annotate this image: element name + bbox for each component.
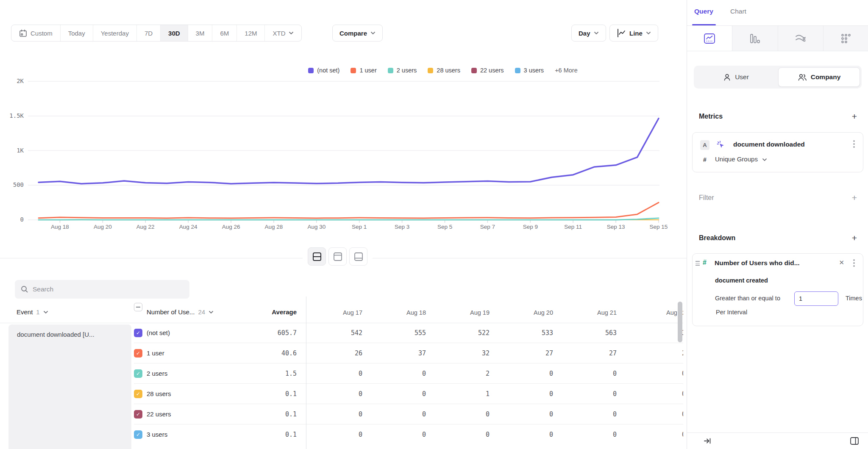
split-view-button[interactable] — [850, 437, 859, 447]
add-filter-button[interactable]: + — [849, 193, 860, 203]
x-axis-label: Aug 20 — [86, 224, 120, 230]
legend-swatch — [428, 68, 433, 73]
search-input[interactable] — [33, 285, 184, 293]
filter-section-header: Filter — [699, 194, 714, 202]
legend-label: 2 users — [397, 67, 417, 74]
close-icon[interactable]: ✕ — [839, 259, 844, 266]
x-axis-label: Sep 5 — [428, 224, 462, 230]
times-value-input[interactable] — [794, 291, 838, 306]
collapse-panel-button[interactable] — [703, 437, 712, 447]
company-users-icon — [798, 73, 807, 81]
add-breakdown-button[interactable]: + — [849, 233, 860, 244]
row-checkbox[interactable]: ✓ — [134, 390, 142, 398]
breakdown-kebab-menu-icon[interactable] — [850, 259, 858, 267]
select-all-checkbox[interactable] — [134, 303, 142, 311]
range-12m[interactable]: 12M — [236, 25, 264, 41]
average-column-header[interactable]: Average — [272, 308, 297, 316]
bar-chart-icon — [749, 33, 760, 44]
breakdown-title[interactable]: Number of Users who did... — [715, 259, 800, 267]
row-checkbox[interactable]: ✓ — [134, 329, 142, 337]
event-column-header[interactable]: Event 1 — [17, 308, 48, 316]
tab-query[interactable]: Query — [694, 8, 713, 15]
range-label: 3M — [196, 30, 205, 37]
date-column-header[interactable]: Aug 17 — [343, 309, 362, 316]
chart-type-bar-button[interactable] — [732, 26, 777, 51]
row-value: 522 — [478, 323, 490, 343]
date-column-header[interactable]: Aug 20 — [534, 309, 553, 316]
row-value: 27 — [609, 343, 617, 363]
x-axis-label: Aug 30 — [300, 224, 334, 230]
metric-kebab-menu-icon[interactable] — [850, 140, 858, 148]
date-column-header[interactable]: Aug 19 — [470, 309, 490, 316]
row-average: 605.7 — [278, 323, 297, 343]
audience-user-option[interactable]: User — [696, 67, 776, 87]
chart-style-dropdown[interactable]: Line — [609, 25, 658, 42]
breakdown-event-name[interactable]: document created — [715, 277, 768, 284]
date-column-header[interactable]: Aug 21 — [597, 309, 617, 316]
row-value: 0 — [549, 404, 553, 424]
chart-type-flow-button[interactable] — [778, 26, 823, 51]
numeric-property-icon: # — [703, 259, 707, 266]
row-average: 1.5 — [285, 363, 297, 384]
aggregation-dropdown[interactable]: Unique Groups — [715, 155, 767, 163]
condition-label[interactable]: Greater than or equal to — [715, 295, 780, 302]
legend-more[interactable]: +6 More — [555, 67, 578, 74]
drag-handle-icon[interactable] — [696, 261, 700, 266]
range-label: 7D — [145, 30, 153, 37]
row-checkbox[interactable]: ✓ — [134, 430, 142, 439]
range-custom[interactable]: Custom — [11, 25, 60, 41]
date-column-header[interactable]: Aug 18 — [406, 309, 426, 316]
range-xtd[interactable]: XTD — [264, 25, 301, 41]
row-average: 40.6 — [281, 343, 297, 363]
layout-top-button[interactable] — [328, 247, 347, 266]
compare-button[interactable]: Compare — [332, 25, 383, 42]
range-7d[interactable]: 7D — [136, 25, 160, 41]
row-label: 22 users — [147, 404, 171, 424]
layout-split-button[interactable] — [308, 247, 326, 266]
interval-dropdown[interactable]: Day — [571, 25, 606, 42]
legend-item[interactable]: (not set) — [308, 67, 339, 74]
range-3m[interactable]: 3M — [188, 25, 212, 41]
calendar-icon — [19, 29, 27, 37]
chart-type-line-button[interactable] — [687, 26, 732, 51]
legend-item[interactable]: 2 users — [388, 67, 417, 74]
row-checkbox[interactable]: ✓ — [134, 349, 142, 358]
row-value: 0 — [682, 404, 683, 424]
layout-bottom-button[interactable] — [349, 247, 367, 266]
chart-type-scatter-button[interactable] — [823, 26, 868, 51]
x-axis-label: Sep 9 — [513, 224, 547, 230]
legend-item[interactable]: 1 user — [351, 67, 376, 74]
legend-item[interactable]: 22 users — [471, 67, 504, 74]
row-value: 0 — [682, 424, 683, 445]
row-value: 0 — [359, 384, 362, 404]
row-value: 0 — [613, 404, 617, 424]
row-checkbox[interactable]: ✓ — [134, 410, 142, 419]
group-column-header[interactable]: Number of Use... 24 — [147, 308, 214, 316]
legend-label: 3 users — [524, 67, 544, 74]
row-value: 0 — [486, 404, 490, 424]
tab-chart[interactable]: Chart — [730, 8, 746, 15]
legend-item[interactable]: 28 users — [428, 67, 460, 74]
row-value: 2 — [486, 363, 490, 384]
row-checkbox[interactable]: ✓ — [134, 369, 142, 378]
row-value: 0 — [549, 363, 553, 384]
x-axis-label: Aug 24 — [171, 224, 205, 230]
add-metric-button[interactable]: + — [849, 112, 860, 122]
analytics-app: CustomTodayYesterday7D30D3M6M12MXTD Comp… — [0, 0, 868, 449]
audience-company-option[interactable]: Company — [778, 67, 860, 87]
x-axis-label: Aug 18 — [43, 224, 77, 230]
chevron-down-icon — [209, 310, 214, 314]
row-average: 0.1 — [285, 424, 297, 445]
table-scrollbar[interactable] — [678, 302, 682, 342]
range-yesterday[interactable]: Yesterday — [93, 25, 136, 41]
per-interval-dropdown[interactable]: Per Interval — [716, 309, 747, 316]
range-label: XTD — [273, 30, 285, 37]
metric-event-name[interactable]: document downloaded — [733, 141, 805, 148]
row-value: 0 — [359, 363, 362, 384]
range-today[interactable]: Today — [60, 25, 93, 41]
metric-card[interactable]: A document downloaded # Unique Groups — [692, 132, 863, 172]
legend-item[interactable]: 3 users — [515, 67, 544, 74]
row-value: 0 — [422, 424, 426, 445]
range-30d[interactable]: 30D — [160, 25, 188, 41]
range-6m[interactable]: 6M — [212, 25, 236, 41]
